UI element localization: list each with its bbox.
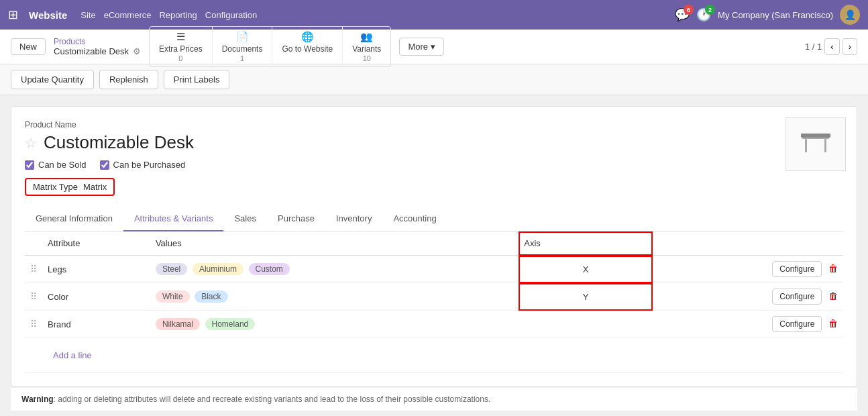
tag-homeland[interactable]: Homeland bbox=[205, 318, 256, 330]
attribute-brand: Brand bbox=[42, 311, 150, 338]
extra-prices-icon: ☰ bbox=[176, 31, 185, 43]
can-be-sold-input[interactable] bbox=[25, 160, 34, 170]
top-navigation: ⊞ Website Site eCommerce Reporting Confi… bbox=[0, 0, 868, 30]
tab-accounting[interactable]: Accounting bbox=[382, 207, 447, 231]
can-be-purchased-label: Can be Purchased bbox=[113, 160, 186, 170]
breadcrumb: Products Customizable Desk ⚙ bbox=[54, 37, 141, 56]
page-info: 1 / 1 bbox=[805, 42, 822, 52]
tab-attributes-variants[interactable]: Attributes & Variants bbox=[123, 207, 224, 231]
drag-col-header bbox=[25, 231, 42, 256]
add-line-row: Add a line bbox=[25, 338, 843, 373]
drag-handle[interactable]: ⠿ bbox=[25, 283, 42, 311]
toolbar: Update Quantity Replenish Print Labels bbox=[0, 64, 868, 95]
documents-button[interactable]: 📄 Documents 1 bbox=[213, 27, 273, 67]
can-be-sold-label: Can be Sold bbox=[38, 160, 87, 170]
matrix-type-highlight: Matrix Type Matrix bbox=[25, 178, 115, 196]
prev-button[interactable]: ‹ bbox=[824, 38, 839, 55]
table-row: ⠿ Color White Black Y Configure 🗑 bbox=[25, 283, 843, 311]
table-row: ⠿ Legs Steel Aluminium Custom X Configur… bbox=[25, 256, 843, 283]
action-bar: New Products Customizable Desk ⚙ ☰ Extra… bbox=[0, 30, 868, 64]
tag-steel[interactable]: Steel bbox=[156, 263, 187, 275]
values-legs: Steel Aluminium Custom bbox=[150, 256, 519, 283]
more-chevron-icon: ▾ bbox=[431, 42, 435, 52]
drag-handle[interactable]: ⠿ bbox=[25, 256, 42, 283]
variants-button[interactable]: 👥 Variants 10 bbox=[343, 27, 390, 67]
product-name[interactable]: Customizable Desk bbox=[44, 132, 194, 153]
more-button[interactable]: More ▾ bbox=[399, 38, 444, 56]
brand-name: Website bbox=[29, 9, 67, 21]
apps-icon[interactable]: ⊞ bbox=[8, 7, 18, 22]
tag-aluminium[interactable]: Aluminium bbox=[193, 263, 243, 275]
add-line-button[interactable]: Add a line bbox=[48, 344, 97, 367]
product-name-label: Product Name bbox=[25, 120, 843, 129]
drag-handle[interactable]: ⠿ bbox=[25, 311, 42, 338]
go-to-website-button[interactable]: 🌐 Go to Website bbox=[272, 27, 343, 67]
navigation-arrows: 1 / 1 ‹ › bbox=[805, 38, 857, 55]
warning-bar: Warning: adding or deleting attributes w… bbox=[11, 387, 857, 411]
tag-white[interactable]: White bbox=[156, 291, 190, 303]
matrix-type-value[interactable]: Matrix bbox=[83, 182, 107, 192]
axis-brand bbox=[519, 311, 653, 338]
company-name: My Company (San Francisco) bbox=[718, 10, 833, 20]
delete-color-icon[interactable]: 🗑 bbox=[828, 291, 838, 301]
breadcrumb-current-label: Customizable Desk bbox=[54, 46, 129, 56]
can-be-sold-checkbox[interactable]: Can be Sold bbox=[25, 160, 87, 170]
table-row: ⠿ Brand Nilkamal Homeland Configure 🗑 bbox=[25, 311, 843, 338]
matrix-type-row: Matrix Type Matrix bbox=[25, 178, 843, 196]
actions-color: Configure 🗑 bbox=[653, 283, 843, 311]
tab-sales[interactable]: Sales bbox=[223, 207, 267, 231]
tab-general-information[interactable]: General Information bbox=[25, 207, 123, 231]
chat-badge: 6 bbox=[684, 5, 694, 15]
action-buttons: ☰ Extra Prices 0 📄 Documents 1 🌐 Go to W… bbox=[149, 26, 391, 68]
actions-brand: Configure 🗑 bbox=[653, 311, 843, 338]
actions-col-header bbox=[653, 231, 843, 256]
go-to-website-label: Go to Website bbox=[282, 44, 333, 55]
configure-legs-button[interactable]: Configure bbox=[772, 261, 822, 277]
website-icon: 🌐 bbox=[301, 31, 314, 43]
delete-brand-icon[interactable]: 🗑 bbox=[828, 318, 838, 329]
extra-prices-label: Extra Prices bbox=[159, 44, 203, 55]
axis-color: Y bbox=[519, 283, 653, 311]
menu-reporting[interactable]: Reporting bbox=[159, 10, 197, 20]
main-menu: Site eCommerce Reporting Configuration bbox=[80, 10, 257, 20]
activity-badge: 2 bbox=[705, 5, 715, 15]
configure-brand-button[interactable]: Configure bbox=[772, 316, 822, 332]
configure-color-button[interactable]: Configure bbox=[772, 289, 822, 305]
values-brand: Nilkamal Homeland bbox=[150, 311, 519, 338]
new-button[interactable]: New bbox=[11, 38, 46, 55]
product-name-row: ☆ Customizable Desk bbox=[25, 132, 843, 153]
activity-notification[interactable]: 🕐 2 bbox=[696, 7, 711, 22]
product-image bbox=[785, 117, 846, 171]
menu-site[interactable]: Site bbox=[80, 10, 95, 20]
next-button[interactable]: › bbox=[843, 38, 857, 55]
product-form: Product Name ☆ Customizable Desk Can be … bbox=[11, 106, 857, 387]
values-color: White Black bbox=[150, 283, 519, 311]
favorite-star-icon[interactable]: ☆ bbox=[25, 135, 37, 151]
product-flags: Can be Sold Can be Purchased bbox=[25, 160, 843, 170]
warning-text: : adding or deleting attributes will del… bbox=[54, 395, 491, 404]
tab-inventory[interactable]: Inventory bbox=[325, 207, 382, 231]
attribute-legs: Legs bbox=[42, 256, 150, 283]
replenish-button[interactable]: Replenish bbox=[99, 70, 158, 89]
tag-black[interactable]: Black bbox=[195, 291, 227, 303]
breadcrumb-parent[interactable]: Products bbox=[54, 37, 141, 46]
update-quantity-button[interactable]: Update Quantity bbox=[11, 70, 94, 89]
menu-configuration[interactable]: Configuration bbox=[205, 10, 257, 20]
print-labels-button[interactable]: Print Labels bbox=[164, 70, 230, 89]
tag-custom[interactable]: Custom bbox=[249, 263, 290, 275]
attributes-table: Attribute Values Axis ⠿ Legs Steel Alumi… bbox=[25, 231, 843, 373]
delete-legs-icon[interactable]: 🗑 bbox=[828, 263, 838, 274]
more-label: More bbox=[408, 42, 428, 52]
menu-ecommerce[interactable]: eCommerce bbox=[104, 10, 152, 20]
documents-icon: 📄 bbox=[236, 31, 249, 43]
can-be-purchased-checkbox[interactable]: Can be Purchased bbox=[100, 160, 186, 170]
variants-count: 10 bbox=[363, 54, 371, 62]
chat-notification[interactable]: 💬 6 bbox=[675, 7, 690, 22]
settings-icon[interactable]: ⚙ bbox=[133, 46, 141, 56]
attribute-color: Color bbox=[42, 283, 150, 311]
can-be-purchased-input[interactable] bbox=[100, 160, 109, 170]
tag-nilkamal[interactable]: Nilkamal bbox=[156, 318, 200, 330]
tab-purchase[interactable]: Purchase bbox=[267, 207, 325, 231]
extra-prices-button[interactable]: ☰ Extra Prices 0 bbox=[150, 27, 213, 67]
user-avatar[interactable]: 👤 bbox=[840, 5, 860, 25]
